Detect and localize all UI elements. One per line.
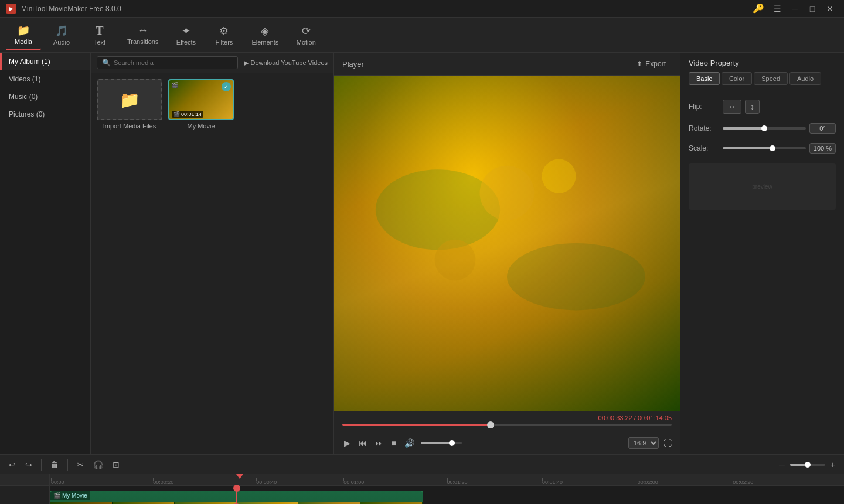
media-icon: 📁 [17,24,30,37]
main-toolbar: 📁 Media 🎵 Audio T Text ↔ Transitions ✦ E… [0,18,844,53]
tab-color[interactable]: Color [722,72,752,85]
media-label: Media [15,38,32,45]
frame-4 [236,502,298,504]
download-youtube-button[interactable]: ▶ Download YouTube Videos [244,59,328,67]
svg-point-2 [480,166,535,220]
transitions-label: Transitions [127,38,158,45]
toolbar-item-elements[interactable]: ◈ Elements [244,20,285,50]
volume-thumb[interactable] [449,440,455,446]
flip-horizontal-button[interactable]: ↔ [723,100,741,114]
rotate-row: Rotate: 0° [689,123,836,134]
sidebar-item-music[interactable]: Music (0) [0,88,90,105]
search-input[interactable] [114,59,233,66]
text-label: Text [94,39,106,46]
menu-button[interactable]: ☰ [769,3,785,15]
youtube-icon: ▶ [244,59,249,67]
player-controls: ▶ ⏮ ⏭ ■ 🔊 16:9 9:16 1:1 4:3 ⛶ [334,434,680,454]
toolbar-item-media[interactable]: 📁 Media [6,20,41,50]
volume-fill [421,442,452,444]
left-sidebar: My Album (1) Videos (1) Music (0) Pictur… [0,53,91,454]
undo-button[interactable]: ↩ [6,458,19,471]
svg-point-0 [376,169,500,250]
playhead-top-marker [236,474,243,479]
zoom-in-button[interactable]: + [828,458,838,471]
fullscreen-button[interactable]: ⛶ [663,438,672,448]
effects-label: Effects [176,39,196,46]
zoom-thumb[interactable] [805,462,811,468]
filters-label: Filters [215,39,233,46]
import-media-item[interactable]: 📁 Import Media Files [97,79,162,130]
progress-thumb[interactable] [487,421,494,428]
transitions-icon: ↔ [138,25,148,37]
sidebar-item-my-album[interactable]: My Album (1) [0,53,90,70]
crop-button[interactable]: ⊡ [110,458,122,471]
progress-bar[interactable] [342,424,672,426]
close-button[interactable]: ✕ [822,3,838,15]
volume-button[interactable]: 🔊 [403,437,416,449]
scale-label: Scale: [689,144,718,152]
rotate-thumb[interactable] [761,125,767,131]
player-panel: Player ⬆ Export 00:00:33.22 / 00:01:14: [334,53,680,454]
scale-slider[interactable] [723,147,806,149]
app-icon: ▶ [6,4,16,14]
tab-speed[interactable]: Speed [754,72,788,85]
frame-1 [50,502,113,504]
minimize-button[interactable]: ─ [787,3,803,15]
import-thumb[interactable]: 📁 [97,79,162,120]
property-tabs: Basic Color Speed Audio [689,72,836,85]
sidebar-item-pictures[interactable]: Pictures (0) [0,105,90,123]
rotate-slider[interactable] [723,127,806,130]
toolbar-item-audio[interactable]: 🎵 Audio [44,20,79,50]
flip-vertical-button[interactable]: ↕ [745,100,760,114]
scale-value: 100 % [809,143,836,154]
redo-button[interactable]: ↪ [22,458,35,471]
stop-button[interactable]: ■ [390,437,398,449]
zoom-slider[interactable] [790,464,825,466]
scale-controls: 100 % [723,143,836,154]
video-view [334,76,680,411]
ruler-tick-4: 00:01:20 [447,479,468,485]
playhead-line[interactable] [236,486,237,504]
key-icon[interactable]: 🔑 [753,3,764,14]
svg-point-3 [435,240,476,281]
tab-audio[interactable]: Audio [789,72,821,85]
ruler-tick-0: 00:00 [51,479,64,485]
delete-button[interactable]: 🗑 [47,458,62,471]
flip-row: Flip: ↔ ↕ [689,100,836,114]
elements-icon: ◈ [261,25,269,38]
volume-slider[interactable] [421,442,462,444]
frame-3 [175,502,237,504]
import-label: Import Media Files [103,122,156,130]
my-movie-item[interactable]: 🎬 🎬 00:01:14 ✓ My Movie [168,79,234,130]
progress-fill [342,424,491,426]
export-button[interactable]: ⬆ Export [631,57,672,70]
scale-thumb[interactable] [770,145,775,151]
svg-point-1 [507,243,645,310]
track-content: 00:00 00:00:20 00:00:40 00:01:00 00:01:2… [50,474,844,504]
track-labels: ➕ 🔒 🎵 🔒 [0,474,50,504]
sidebar-item-videos[interactable]: Videos (1) [0,70,90,88]
skip-forward-button[interactable]: ⏭ [373,437,385,449]
toolbar-item-motion[interactable]: ⟳ Motion [288,20,324,50]
aspect-ratio-select[interactable]: 16:9 9:16 1:1 4:3 [628,437,659,449]
audio-label: Audio [53,39,70,46]
audio-detach-button[interactable]: 🎧 [90,458,106,471]
toolbar-item-filters[interactable]: ⚙ Filters [206,20,241,50]
zoom-out-button[interactable]: ─ [776,458,788,471]
toolbar-item-text[interactable]: T Text [82,20,117,50]
media-panel: 🔍 ▶ Download YouTube Videos 📁 Import Med… [91,53,334,454]
cut-button[interactable]: ✂ [74,458,87,471]
my-movie-thumb[interactable]: 🎬 🎬 00:01:14 ✓ [168,79,234,120]
toolbar-separator-1 [41,459,42,471]
tab-basic[interactable]: Basic [689,72,720,85]
skip-back-button[interactable]: ⏮ [357,437,369,449]
toolbar-item-effects[interactable]: ✦ Effects [168,20,203,50]
video-track-label-row: ➕ 🔒 [0,486,49,504]
toolbar-item-transitions[interactable]: ↔ Transitions [120,20,165,50]
play-button[interactable]: ▶ [342,437,352,449]
rotate-controls: 0° [723,123,836,134]
window-controls: ☰ ─ □ ✕ [769,3,838,15]
clip-film-icon: 🎬 [53,492,60,499]
maximize-button[interactable]: □ [804,3,821,15]
search-box[interactable]: 🔍 [97,56,238,69]
